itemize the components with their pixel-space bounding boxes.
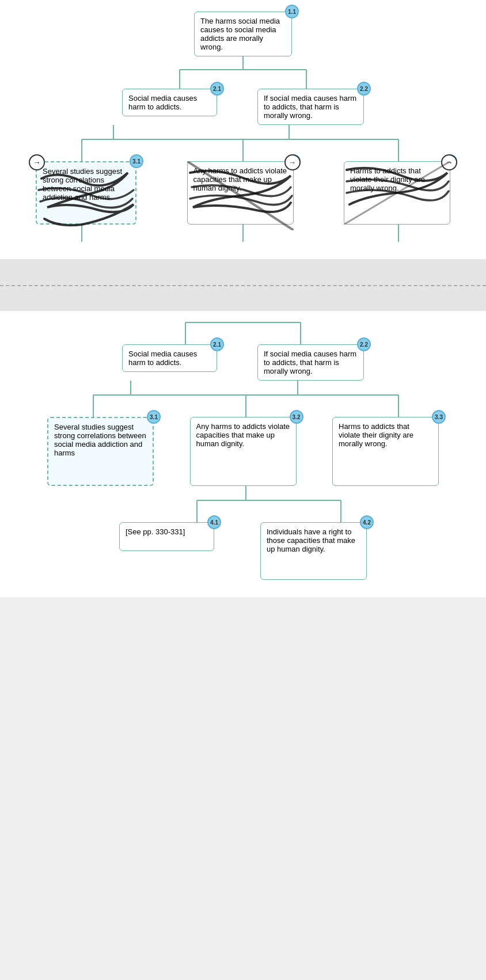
row-2: Social media causes harm to addicts. 2.1… xyxy=(122,89,364,125)
connector-top xyxy=(99,322,387,345)
badge-2-2b: 2.2 xyxy=(357,337,371,351)
badge-2-2: 2.2 xyxy=(357,82,371,96)
badge-4-1: 4.1 xyxy=(207,515,221,529)
node-3-2[interactable]: Any harms to addicts violate capacities … xyxy=(187,161,294,225)
badge-4-2: 4.2 xyxy=(360,515,374,529)
node-3-1[interactable]: Several studies suggest strong correlati… xyxy=(36,161,136,225)
row-3: Several studies suggest strong correlati… xyxy=(24,161,462,225)
badge-3-2b: 3.2 xyxy=(290,410,303,424)
section-3: Social media causes harm to addicts. 2.1… xyxy=(0,311,486,597)
node-3-3[interactable]: Harms to addicts that violate their dign… xyxy=(344,161,450,225)
badge-3-1: 3.1 xyxy=(130,154,143,168)
connector-1 xyxy=(128,55,358,90)
node-4-2[interactable]: Individuals have a right to those capaci… xyxy=(260,522,367,580)
node-2-1b-text: Social media causes harm to addicts. xyxy=(128,350,197,367)
badge-2-1: 2.1 xyxy=(210,82,224,96)
section-1: The harms social media causes to social … xyxy=(0,0,486,259)
node-3-2-text: Any harms to addicts violate capacities … xyxy=(193,166,287,192)
tree-1: The harms social media causes to social … xyxy=(0,12,486,242)
connector-3b xyxy=(41,486,445,523)
node-4-1[interactable]: [See pp. 330-331] 4.1 xyxy=(119,522,214,551)
node-2-2b-text: If social media causes harm to addicts, … xyxy=(264,350,356,375)
node-3-3b-text: Harms to addicts that violate their dign… xyxy=(339,422,413,448)
node-2-2b[interactable]: If social media causes harm to addicts, … xyxy=(257,344,364,381)
node-3-2b-text: Any harms to addicts violate capacities … xyxy=(196,422,290,448)
node-4-2-text: Individuals have a right to those capaci… xyxy=(267,527,355,553)
node-1-1-text: The harms social media causes to social … xyxy=(200,17,280,51)
dashed-divider xyxy=(0,285,486,286)
node-3-3b[interactable]: Harms to addicts that violate their dign… xyxy=(332,417,439,486)
node-3-1-text: Several studies suggest strong correlati… xyxy=(43,167,122,202)
arrow-3-1: → xyxy=(29,154,45,170)
connector-2 xyxy=(24,125,462,162)
node-2-2[interactable]: If social media causes harm to addicts, … xyxy=(257,89,364,125)
badge-2-1b: 2.1 xyxy=(210,337,224,351)
section-divider xyxy=(0,259,486,311)
badge-1-1: 1.1 xyxy=(285,5,299,18)
tree-2: Social media causes harm to addicts. 2.1… xyxy=(0,322,486,580)
node-3-1b-text: Several studies suggest strong correlati… xyxy=(54,423,146,457)
badge-3-1b: 3.1 xyxy=(147,410,161,424)
arrow-3-2: → xyxy=(284,154,301,170)
node-1-1[interactable]: The harms social media causes to social … xyxy=(194,12,292,56)
node-4-1-text: [See pp. 330-331] xyxy=(126,527,185,536)
arrow-3-3: → xyxy=(441,154,457,170)
connector-2b xyxy=(41,381,445,418)
row-2b: Social media causes harm to addicts. 2.1… xyxy=(122,344,364,381)
node-3-2b[interactable]: Any harms to addicts violate capacities … xyxy=(190,417,297,486)
node-2-2-text: If social media causes harm to addicts, … xyxy=(264,94,356,120)
row-4: [See pp. 330-331] 4.1 Individuals have a… xyxy=(41,522,445,580)
connector-3 xyxy=(24,225,462,242)
node-2-1[interactable]: Social media causes harm to addicts. 2.1 xyxy=(122,89,217,116)
node-3-1b[interactable]: Several studies suggest strong correlati… xyxy=(47,417,154,486)
badge-3-3b: 3.3 xyxy=(432,410,446,424)
node-3-3-text: Harms to addicts that violate their dign… xyxy=(350,166,425,192)
node-2-1-text: Social media causes harm to addicts. xyxy=(128,94,197,111)
row-3b: Several studies suggest strong correlati… xyxy=(41,417,445,486)
node-2-1b[interactable]: Social media causes harm to addicts. 2.1 xyxy=(122,344,217,372)
